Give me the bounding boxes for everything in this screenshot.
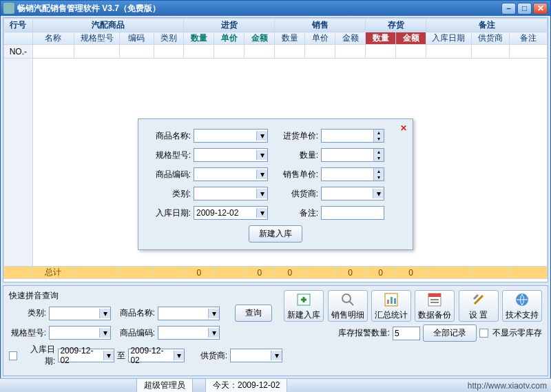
all-records-button[interactable]: 全部记录 [423, 324, 477, 342]
chevron-down-icon: ▾ [256, 131, 267, 141]
purchase-price-spin[interactable]: ▴▾ [321, 129, 384, 143]
settings-button[interactable]: 设 置 [459, 290, 499, 322]
status-user: 超级管理员 [136, 378, 193, 392]
svg-rect-5 [394, 298, 396, 304]
data-grid[interactable]: 行号 汽配商品 进货 销售 存货 备注 名称 规格型号 编码 类别 数量 单价 … [3, 17, 548, 282]
category-combo[interactable]: ▾ [194, 187, 268, 200]
spec-combo[interactable]: ▾ [194, 148, 268, 162]
alarm-qty-input[interactable] [393, 327, 420, 340]
qty-spin[interactable]: ▴▾ [321, 148, 384, 162]
new-stock-button[interactable]: 新建入库 [284, 290, 324, 322]
status-bar: 超级管理员 今天：2009-12-02 http://www.xiaotv.co… [0, 378, 551, 392]
search-button[interactable]: 查询 [235, 305, 272, 322]
q-date-to[interactable]: 2009-12-02▾ [128, 349, 185, 362]
status-url: http://www.xiaotv.com [468, 381, 547, 391]
svg-rect-8 [430, 299, 439, 300]
window-title: 畅销汽配销售管理软件 V3.7（免费版） [17, 3, 500, 14]
new-stock-dialog: ✕ 商品名称:▾ 进货单价:▴▾ 规格型号:▾ 数量:▴▾ 商品编码:▾ 销售单… [138, 118, 413, 250]
maximize-button[interactable]: □ [517, 3, 532, 14]
dialog-submit-button[interactable]: 新建入库 [249, 225, 302, 243]
q-date-from[interactable]: 2009-12-02▾ [58, 349, 114, 362]
support-button[interactable]: 技术支持 [502, 290, 542, 322]
table-row[interactable]: NO.- [4, 45, 548, 59]
hide-zero-checkbox[interactable] [479, 329, 488, 338]
backup-button[interactable]: 数据备份 [415, 290, 455, 322]
query-title: 快速拼音查询 [9, 290, 282, 302]
product-name-combo[interactable]: ▾ [194, 129, 268, 143]
colgroup-stock: 存货 [366, 19, 426, 32]
app-icon [3, 3, 14, 14]
sale-detail-button[interactable]: 销售明细 [328, 290, 368, 322]
code-combo[interactable]: ▾ [194, 167, 268, 181]
colgroup-purchase: 进货 [184, 19, 275, 32]
svg-rect-9 [430, 302, 439, 303]
colgroup-sale: 销售 [275, 19, 366, 32]
totals-row: 总计 00 00 00 [4, 267, 548, 279]
status-today: 今天：2009-12-02 [205, 378, 287, 392]
q-code-combo[interactable]: ▾ [158, 326, 220, 340]
date-filter-checkbox[interactable] [9, 351, 17, 360]
q-spec-combo[interactable]: ▾ [49, 326, 111, 340]
remark-input[interactable] [321, 206, 384, 220]
svg-rect-4 [391, 297, 393, 304]
svg-rect-3 [387, 300, 389, 304]
query-panel: 快速拼音查询 类别:▾ 商品名称:▾ 查询 规格型号:▾ 商品编码:▾ 入库日期… [3, 285, 548, 376]
q-category-combo[interactable]: ▾ [49, 307, 111, 320]
colgroup-product: 汽配商品 [32, 19, 184, 32]
summary-button[interactable]: 汇总统计 [371, 290, 411, 322]
minimize-button[interactable]: – [501, 3, 516, 14]
dialog-close-icon[interactable]: ✕ [400, 123, 407, 133]
supplier-combo[interactable]: ▾ [321, 187, 384, 200]
svg-rect-7 [428, 293, 441, 297]
colgroup-remark: 备注 [426, 19, 548, 32]
sale-price-spin[interactable]: ▴▾ [321, 167, 384, 181]
q-supplier-combo[interactable]: ▾ [230, 349, 282, 362]
col-rownum: 行号 [4, 19, 33, 32]
stock-date-picker[interactable]: 2009-12-02▾ [194, 206, 268, 220]
q-name-combo[interactable]: ▾ [158, 307, 220, 320]
close-button[interactable]: ✕ [533, 3, 548, 14]
